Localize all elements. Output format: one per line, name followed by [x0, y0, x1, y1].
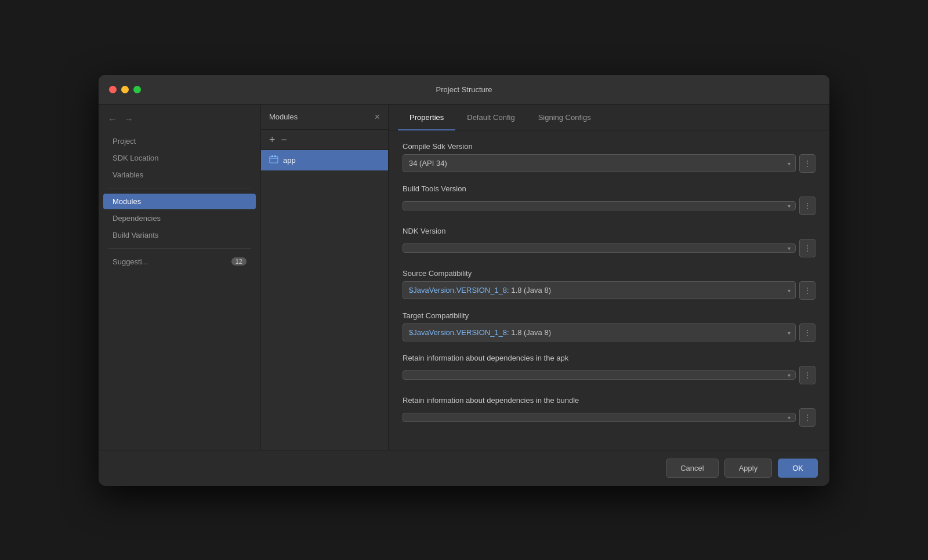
target-compatibility-java-ref: $JavaVersion.VERSION_1_8	[409, 328, 507, 337]
ndk-version-row: ▾ ⋮	[403, 239, 815, 257]
traffic-lights	[109, 86, 141, 93]
retain-bundle-select[interactable]: ▾	[403, 413, 796, 422]
source-compatibility-select[interactable]: $JavaVersion.VERSION_1_8 : 1.8 (Java 8) …	[403, 281, 796, 299]
source-compatibility-label: Source Compatibility	[403, 269, 815, 278]
ndk-version-edit-btn[interactable]: ⋮	[799, 239, 815, 257]
compile-sdk-version-edit-btn[interactable]: ⋮	[799, 154, 815, 173]
project-structure-window: Project Structure ← → Project SDK Locati…	[99, 75, 829, 486]
tab-default-config-label: Default Config	[467, 113, 514, 122]
sidebar-item-sdk-location-label: SDK Location	[113, 154, 159, 162]
target-compatibility-select[interactable]: $JavaVersion.VERSION_1_8 : 1.8 (Java 8) …	[403, 323, 796, 341]
compile-sdk-version-label: Compile Sdk Version	[403, 142, 815, 151]
sidebar-item-project[interactable]: Project	[103, 133, 256, 149]
module-item-app[interactable]: app	[261, 150, 388, 170]
compile-sdk-version-row: 34 (API 34) ▾ ⋮	[403, 154, 815, 173]
window-title: Project Structure	[436, 85, 492, 94]
compile-sdk-version-select-wrapper: 34 (API 34) ▾	[403, 154, 796, 172]
retain-apk-select[interactable]: ▾	[403, 370, 796, 380]
module-item-app-label: app	[283, 156, 296, 165]
edit-icon-2: ⋮	[804, 202, 811, 210]
target-compatibility-edit-btn[interactable]: ⋮	[799, 323, 815, 342]
edit-icon-4: ⋮	[804, 286, 811, 294]
back-arrow[interactable]: ←	[108, 114, 117, 125]
tab-properties[interactable]: Properties	[398, 105, 455, 130]
retain-bundle-group: Retain information about dependencies in…	[403, 396, 815, 427]
svg-rect-0	[270, 157, 278, 163]
retain-apk-row: ▾ ⋮	[403, 366, 815, 384]
maximize-button[interactable]	[133, 86, 141, 93]
sidebar-item-dependencies[interactable]: Dependencies	[103, 210, 256, 226]
sidebar-divider-2	[108, 248, 251, 249]
modules-header: Modules ×	[261, 105, 388, 130]
source-compatibility-group: Source Compatibility $JavaVersion.VERSIO…	[403, 269, 815, 300]
tab-properties-label: Properties	[409, 113, 444, 122]
edit-icon: ⋮	[804, 159, 811, 168]
bottom-bar: Cancel Apply OK	[99, 450, 829, 486]
sidebar-divider	[108, 188, 251, 188]
main-content: ← → Project SDK Location Variables Modul…	[99, 105, 829, 450]
target-compatibility-dropdown-arrow: ▾	[788, 329, 791, 336]
source-compatibility-value: : 1.8 (Java 8)	[507, 286, 551, 294]
build-tools-version-edit-btn[interactable]: ⋮	[799, 197, 815, 215]
modules-panel: Modules × + − app	[261, 105, 389, 450]
ndk-version-label: NDK Version	[403, 227, 815, 235]
retain-bundle-label: Retain information about dependencies in…	[403, 396, 815, 405]
build-tools-version-select[interactable]: ▾	[403, 201, 796, 210]
ok-button[interactable]: OK	[778, 459, 818, 478]
retain-apk-group: Retain information about dependencies in…	[403, 354, 815, 384]
source-compatibility-edit-btn[interactable]: ⋮	[799, 281, 815, 300]
add-module-button[interactable]: +	[269, 134, 276, 145]
compile-sdk-version-value: 34 (API 34)	[409, 159, 447, 168]
sidebar-item-dependencies-label: Dependencies	[113, 214, 161, 223]
build-tools-version-row: ▾ ⋮	[403, 197, 815, 215]
ndk-version-select[interactable]: ▾	[403, 243, 796, 253]
close-button[interactable]	[109, 86, 117, 93]
modules-title: Modules	[269, 112, 298, 121]
build-tools-version-select-wrapper: ▾	[403, 201, 796, 210]
retain-apk-select-wrapper: ▾	[403, 370, 796, 380]
tab-default-config[interactable]: Default Config	[455, 105, 526, 130]
sidebar-item-variables-label: Variables	[113, 170, 143, 179]
edit-icon-6: ⋮	[804, 371, 811, 379]
target-compatibility-select-wrapper: $JavaVersion.VERSION_1_8 : 1.8 (Java 8) …	[403, 323, 796, 341]
nav-back-forward: ← →	[99, 112, 260, 133]
module-icon	[269, 155, 278, 166]
target-compatibility-row: $JavaVersion.VERSION_1_8 : 1.8 (Java 8) …	[403, 323, 815, 342]
tabs: Properties Default Config Signing Config…	[389, 105, 829, 130]
compile-sdk-version-group: Compile Sdk Version 34 (API 34) ▾ ⋮	[403, 142, 815, 173]
source-compatibility-select-wrapper: $JavaVersion.VERSION_1_8 : 1.8 (Java 8) …	[403, 281, 796, 299]
ndk-version-select-wrapper: ▾	[403, 243, 796, 253]
tab-signing-configs[interactable]: Signing Configs	[527, 105, 603, 130]
edit-icon-7: ⋮	[804, 413, 811, 421]
sidebar-suggestions[interactable]: Suggesti... 12	[103, 254, 256, 270]
sidebar-item-project-label: Project	[113, 137, 136, 146]
apply-button[interactable]: Apply	[724, 459, 773, 478]
sidebar-item-variables[interactable]: Variables	[103, 167, 256, 183]
tab-signing-configs-label: Signing Configs	[538, 113, 591, 122]
retain-bundle-edit-btn[interactable]: ⋮	[799, 408, 815, 427]
properties-content: Compile Sdk Version 34 (API 34) ▾ ⋮	[389, 130, 829, 450]
sidebar-item-modules[interactable]: Modules	[103, 194, 256, 209]
build-tools-version-group: Build Tools Version ▾ ⋮	[403, 184, 815, 215]
target-compatibility-label: Target Compatibility	[403, 311, 815, 320]
sidebar-item-build-variants-label: Build Variants	[113, 231, 158, 239]
sidebar-item-build-variants[interactable]: Build Variants	[103, 227, 256, 243]
source-compatibility-java-ref: $JavaVersion.VERSION_1_8	[409, 286, 507, 294]
sidebar-item-sdk-location[interactable]: SDK Location	[103, 150, 256, 166]
right-panel: Properties Default Config Signing Config…	[389, 105, 829, 450]
retain-apk-edit-btn[interactable]: ⋮	[799, 366, 815, 384]
remove-module-button[interactable]: −	[281, 134, 288, 145]
minimize-button[interactable]	[121, 86, 129, 93]
titlebar: Project Structure	[99, 75, 829, 105]
suggestions-badge: 12	[231, 257, 246, 266]
forward-arrow[interactable]: →	[124, 114, 133, 125]
compile-sdk-version-select[interactable]: 34 (API 34) ▾	[403, 154, 796, 172]
target-compatibility-group: Target Compatibility $JavaVersion.VERSIO…	[403, 311, 815, 342]
modules-close-button[interactable]: ×	[375, 112, 380, 122]
edit-icon-5: ⋮	[804, 329, 811, 337]
source-compatibility-dropdown-arrow: ▾	[788, 287, 791, 293]
compile-sdk-version-dropdown-arrow: ▾	[788, 160, 791, 166]
cancel-button[interactable]: Cancel	[666, 459, 718, 478]
ndk-version-dropdown-arrow: ▾	[788, 245, 791, 251]
retain-bundle-row: ▾ ⋮	[403, 408, 815, 427]
